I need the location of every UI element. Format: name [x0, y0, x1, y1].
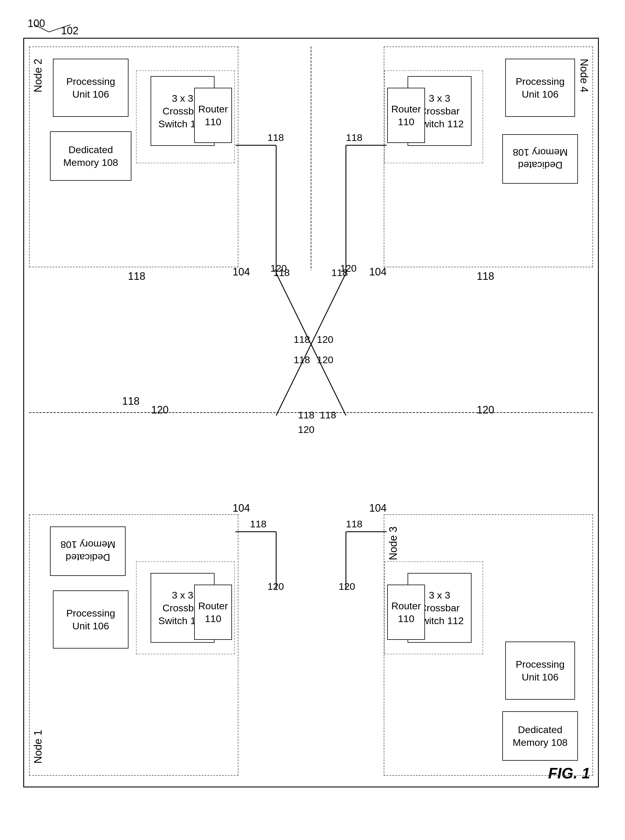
ref-120-right: 120: [477, 404, 494, 416]
node4-label: Node 4: [578, 59, 590, 92]
node1-dedicated-memory: DedicatedMemory 108: [50, 527, 126, 576]
node2-cluster: [136, 70, 235, 163]
node2-processing-unit: ProcessingUnit 106: [53, 59, 129, 117]
svg-line-0: [34, 25, 49, 32]
node3-cluster: [384, 561, 483, 654]
ref-104-node1: 104: [233, 502, 250, 514]
node1-cluster: [136, 561, 235, 654]
node3-processing-unit: ProcessingUnit 106: [505, 642, 575, 700]
node1-processing-unit: ProcessingUnit 106: [53, 590, 129, 648]
node3-dedicated-memory: DedicatedMemory 108: [502, 711, 578, 761]
node3-box: Node 3 DedicatedMemory 108 ProcessingUni…: [384, 514, 593, 776]
page: 100 102 FIG. 1 Node 2 ProcessingUnit 106…: [0, 0, 625, 840]
node2-label: Node 2: [32, 59, 44, 92]
node4-cluster: [384, 70, 483, 163]
node2-dedicated-memory: DedicatedMemory 108: [50, 131, 131, 181]
diagram: Node 2 ProcessingUnit 106 DedicatedMemor…: [23, 38, 599, 793]
ref-120-mid-left: 120: [151, 404, 169, 416]
node4-box: Node 4 ProcessingUnit 106 DedicatedMemor…: [384, 46, 593, 267]
svg-line-1: [49, 25, 71, 32]
ref-118-left: 118: [128, 270, 145, 282]
node1-box: Node 1 DedicatedMemory 108 ProcessingUni…: [29, 514, 238, 776]
ref-104-node2: 104: [233, 266, 250, 278]
ref-104-node4: 104: [369, 266, 387, 278]
ref-100-arrow: [26, 16, 72, 33]
ref-118-mid-left: 118: [122, 395, 140, 408]
node1-label: Node 1: [32, 730, 44, 764]
ref-118-right: 118: [477, 270, 494, 282]
node4-dedicated-memory: DedicatedMemory 108: [502, 134, 578, 184]
node2-box: Node 2 ProcessingUnit 106 DedicatedMemor…: [29, 46, 238, 267]
node4-processing-unit: ProcessingUnit 106: [505, 59, 575, 117]
ref-104-node3: 104: [369, 502, 387, 514]
node3-label: Node 3: [387, 527, 400, 560]
